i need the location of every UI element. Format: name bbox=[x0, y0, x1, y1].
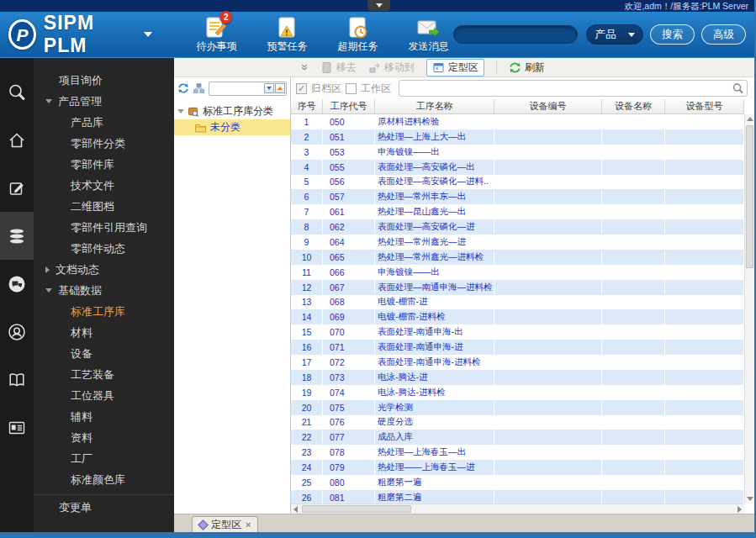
table-row[interactable]: 2051热处理—上海上大—出 bbox=[291, 129, 744, 145]
table-row[interactable]: 6057热处理—常州丰东—出 bbox=[291, 189, 744, 204]
table-row[interactable]: 25080粗磨第一遍 bbox=[291, 475, 744, 490]
scrollbar-thumb[interactable] bbox=[746, 125, 753, 268]
table-row[interactable]: 19074电泳-腾达-进料检 bbox=[291, 385, 744, 400]
horizontal-scrollbar[interactable] bbox=[291, 504, 744, 514]
table-row[interactable]: 1050原材料进料检验 bbox=[291, 114, 744, 129]
table-row[interactable]: 21076硬度分选 bbox=[291, 415, 744, 430]
sidebar-item-11[interactable]: 标准工序库 bbox=[34, 301, 174, 322]
sidebar-item-9[interactable]: 文档动态 bbox=[34, 259, 174, 280]
refresh-button[interactable]: 刷新 bbox=[509, 61, 545, 75]
cell-1: 051 bbox=[323, 129, 375, 145]
table-row[interactable]: 14069电镀-棚雷-进料检 bbox=[291, 309, 744, 324]
brand-menu[interactable]: P SIPM PLM bbox=[8, 12, 152, 57]
sidebar-item-20[interactable]: 变更单 bbox=[34, 494, 174, 520]
collapse-toolbar-button[interactable]: » bbox=[299, 64, 312, 71]
column-header-5[interactable]: 设备型号 bbox=[665, 99, 744, 113]
sidebar-item-6[interactable]: 二维图档 bbox=[34, 196, 174, 217]
tree-hierarchy-button[interactable] bbox=[193, 82, 205, 95]
table-row[interactable]: 7061热处理—昆山鑫光—出 bbox=[291, 204, 744, 219]
action-label: 待办事项 bbox=[196, 40, 236, 54]
work-zone-checkbox[interactable] bbox=[346, 83, 357, 94]
header-collapse-tab[interactable] bbox=[367, 0, 390, 11]
table-row[interactable]: 10065热处理—常州鑫光—进料检 bbox=[291, 250, 744, 265]
scroll-up-icon[interactable] bbox=[747, 117, 753, 121]
table-row[interactable]: 23078热处理—上海春玉—出 bbox=[291, 445, 744, 460]
overdue-tasks-button[interactable]: 超期任务 bbox=[332, 16, 383, 54]
scrollbar-thumb[interactable] bbox=[302, 505, 411, 513]
table-row[interactable]: 26081粗磨第二遍 bbox=[291, 490, 744, 504]
rail-chat-button[interactable] bbox=[0, 260, 34, 308]
column-header-0[interactable]: 序号 bbox=[291, 99, 323, 113]
search-next-button[interactable] bbox=[264, 83, 274, 93]
sidebar-item-7[interactable]: 零部件引用查询 bbox=[34, 217, 174, 238]
fixed-zone-button[interactable]: 定型区 bbox=[426, 59, 484, 76]
sidebar-item-12[interactable]: 材料 bbox=[34, 322, 174, 343]
table-row[interactable]: 13068电镀-棚雷-进 bbox=[291, 295, 744, 310]
search-category-select[interactable]: 产品 bbox=[586, 24, 643, 45]
column-header-1[interactable]: 工序代号 bbox=[323, 99, 375, 113]
advanced-search-button[interactable]: 高级 bbox=[701, 24, 746, 45]
rail-sipm-search-button[interactable] bbox=[0, 68, 34, 116]
close-icon[interactable]: × bbox=[246, 520, 251, 530]
scroll-right-icon[interactable] bbox=[737, 506, 742, 513]
vertical-scrollbar[interactable] bbox=[744, 114, 754, 504]
table-row[interactable]: 3053申海镀镍——出 bbox=[291, 145, 744, 160]
rail-edit-button[interactable] bbox=[0, 164, 34, 212]
rail-book-button[interactable] bbox=[0, 356, 34, 404]
table-row[interactable]: 12067表面处理—南通申海—进料检 bbox=[291, 280, 744, 295]
sidebar-item-4[interactable]: 零部件库 bbox=[34, 154, 174, 175]
table-row[interactable]: 24079热处理——上海春玉—进 bbox=[291, 460, 744, 475]
table-row[interactable]: 15070表面处理-南通申海-出 bbox=[291, 324, 744, 340]
tree-root-node[interactable]: 标准工序库分类 bbox=[174, 103, 290, 119]
table-row[interactable]: 9064热处理—常州鑫光—进 bbox=[291, 235, 744, 250]
cell-4 bbox=[602, 400, 665, 415]
rail-home-button[interactable] bbox=[0, 116, 34, 164]
sidebar-item-1[interactable]: 产品管理 bbox=[34, 91, 174, 112]
tree-refresh-button[interactable] bbox=[177, 82, 189, 94]
table-row[interactable]: 4055表面处理—高安磷化—出 bbox=[291, 160, 744, 175]
cell-3 bbox=[494, 235, 602, 250]
scroll-down-icon[interactable] bbox=[747, 497, 753, 501]
tab-fixed-zone[interactable]: 定型区 × bbox=[192, 516, 258, 532]
search-prev-button[interactable] bbox=[275, 83, 285, 93]
column-header-4[interactable]: 设备名称 bbox=[602, 99, 665, 113]
sidebar-item-18[interactable]: 工厂 bbox=[34, 448, 174, 469]
rail-support-button[interactable] bbox=[0, 308, 34, 356]
sidebar-item-10[interactable]: 基础数据 bbox=[34, 280, 174, 301]
scroll-left-icon[interactable] bbox=[293, 506, 298, 513]
rail-id-card-button[interactable] bbox=[0, 404, 34, 451]
sidebar-item-14[interactable]: 工艺装备 bbox=[34, 364, 174, 385]
sidebar-item-19[interactable]: 标准颜色库 bbox=[34, 469, 174, 490]
sidebar-item-17[interactable]: 资料 bbox=[34, 427, 174, 448]
table-row[interactable]: 17072表面处理-南通申海-进料检 bbox=[291, 355, 744, 370]
table-row[interactable]: 18073电泳-腾达-进 bbox=[291, 370, 744, 385]
table-row[interactable]: 20075光学检测 bbox=[291, 400, 744, 415]
table-row[interactable]: 8062表面处理—高安磷化—进 bbox=[291, 219, 744, 235]
table-search-input[interactable] bbox=[399, 80, 748, 97]
sidebar-item-16[interactable]: 辅料 bbox=[34, 406, 174, 427]
global-search-input[interactable] bbox=[453, 25, 578, 44]
tab-label: 定型区 bbox=[211, 518, 241, 532]
sidebar-item-15[interactable]: 工位器具 bbox=[34, 385, 174, 406]
cell-0: 1 bbox=[291, 114, 323, 129]
sidebar-item-5[interactable]: 技术文件 bbox=[34, 175, 174, 196]
table-row[interactable]: 5056表面处理—高安磷化—进料.. bbox=[291, 175, 744, 190]
rail-database-button[interactable] bbox=[0, 212, 34, 260]
sidebar-item-13[interactable]: 设备 bbox=[34, 343, 174, 364]
todo-button[interactable]: 2 待办事项 bbox=[191, 16, 241, 54]
sidebar-item-0[interactable]: 项目询价 bbox=[34, 70, 174, 91]
column-header-3[interactable]: 设备编号 bbox=[494, 99, 602, 113]
tree-search-input[interactable] bbox=[209, 82, 287, 96]
sidebar-item-8[interactable]: 零部件动态 bbox=[34, 238, 174, 259]
table-row[interactable]: 11066申海镀镍——出 bbox=[291, 265, 744, 280]
warning-tasks-button[interactable]: 预警任务 bbox=[262, 16, 312, 54]
welcome-text: 欢迎,adm！/服务器:PLM Server bbox=[624, 1, 748, 13]
table-row[interactable]: 22077成品入库 bbox=[291, 430, 744, 445]
column-header-2[interactable]: 工序名称 bbox=[375, 99, 494, 113]
sidebar-item-2[interactable]: 产品库 bbox=[34, 112, 174, 133]
table-row[interactable]: 16071表面处理-南通申海-进 bbox=[291, 340, 744, 355]
sidebar-item-3[interactable]: 零部件分类 bbox=[34, 133, 174, 154]
send-message-button[interactable]: 发送消息 bbox=[403, 16, 453, 54]
search-button[interactable]: 搜索 bbox=[650, 24, 695, 45]
tree-node-unclassified[interactable]: 未分类 bbox=[174, 119, 290, 135]
